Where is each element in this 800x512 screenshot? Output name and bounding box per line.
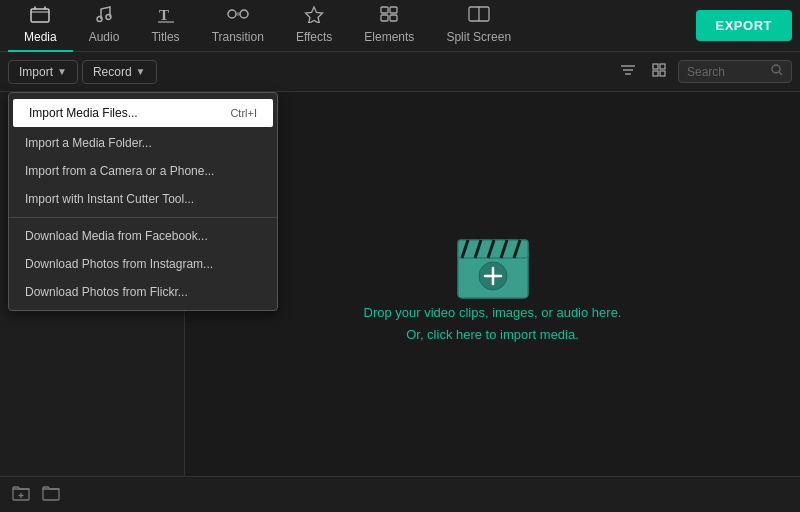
nav-label-split-screen: Split Screen xyxy=(446,30,511,44)
record-label: Record xyxy=(93,65,132,79)
facebook-label: Download Media from Facebook... xyxy=(25,229,208,243)
filter-icon[interactable] xyxy=(614,59,642,85)
export-button[interactable]: EXPORT xyxy=(696,10,792,41)
import-button[interactable]: Import ▼ xyxy=(8,60,78,84)
svg-marker-7 xyxy=(306,7,323,23)
toolbar-area: Import ▼ Record ▼ xyxy=(0,52,800,92)
import-dropdown-menu: Import Media Files... Ctrl+I Import a Me… xyxy=(8,92,278,311)
drop-text-line1: Drop your video clips, images, or audio … xyxy=(364,302,622,324)
svg-rect-17 xyxy=(653,64,658,69)
nav-item-split-screen[interactable]: Split Screen xyxy=(430,0,527,52)
svg-rect-11 xyxy=(390,15,397,21)
svg-rect-0 xyxy=(31,9,49,22)
dropdown-item-import-folder[interactable]: Import a Media Folder... xyxy=(9,129,277,157)
new-folder-icon[interactable] xyxy=(42,485,60,505)
effects-icon xyxy=(304,5,324,26)
audio-icon xyxy=(94,5,114,26)
nav-item-effects[interactable]: Effects xyxy=(280,0,348,52)
svg-point-2 xyxy=(106,15,111,20)
svg-rect-20 xyxy=(660,71,665,76)
svg-rect-9 xyxy=(390,7,397,13)
nav-item-transition[interactable]: Transition xyxy=(196,0,280,52)
svg-rect-18 xyxy=(660,64,665,69)
drop-text-line2: Or, click here to import media. xyxy=(364,324,622,346)
import-dropdown-arrow: ▼ xyxy=(57,66,67,77)
import-label: Import xyxy=(19,65,53,79)
dropdown-item-instagram[interactable]: Download Photos from Instagram... xyxy=(9,250,277,278)
import-camera-label: Import from a Camera or a Phone... xyxy=(25,164,214,178)
nav-label-media: Media xyxy=(24,30,57,44)
svg-point-21 xyxy=(772,65,780,73)
instant-cutter-label: Import with Instant Cutter Tool... xyxy=(25,192,194,206)
svg-rect-10 xyxy=(381,15,388,21)
titles-icon: T xyxy=(156,5,176,26)
nav-label-transition: Transition xyxy=(212,30,264,44)
split-screen-icon xyxy=(468,5,490,26)
record-button[interactable]: Record ▼ xyxy=(82,60,157,84)
nav-item-audio[interactable]: Audio xyxy=(73,0,136,52)
svg-rect-19 xyxy=(653,71,658,76)
grid-icon[interactable] xyxy=(646,59,674,85)
record-dropdown-arrow: ▼ xyxy=(136,66,146,77)
nav-label-elements: Elements xyxy=(364,30,414,44)
toolbar-row: Import ▼ Record ▼ xyxy=(0,52,800,92)
dropdown-item-facebook[interactable]: Download Media from Facebook... xyxy=(9,222,277,250)
instagram-label: Download Photos from Instagram... xyxy=(25,257,213,271)
search-box xyxy=(678,60,792,83)
dropdown-divider xyxy=(9,217,277,218)
dropdown-item-flickr[interactable]: Download Photos from Flickr... xyxy=(9,278,277,306)
nav-item-titles[interactable]: T Titles xyxy=(135,0,195,52)
svg-line-22 xyxy=(779,72,782,75)
bottom-bar xyxy=(0,476,800,512)
elements-icon xyxy=(379,5,399,26)
top-nav: Media Audio T Titles Transi xyxy=(0,0,800,52)
import-files-shortcut: Ctrl+I xyxy=(230,107,257,119)
flickr-label: Download Photos from Flickr... xyxy=(25,285,188,299)
drop-text: Drop your video clips, images, or audio … xyxy=(364,302,622,346)
nav-item-elements[interactable]: Elements xyxy=(348,0,430,52)
dropdown-item-import-camera[interactable]: Import from a Camera or a Phone... xyxy=(9,157,277,185)
svg-point-6 xyxy=(240,10,248,18)
transition-icon xyxy=(227,5,249,26)
svg-point-1 xyxy=(97,17,102,22)
media-icon xyxy=(30,5,50,26)
nav-label-audio: Audio xyxy=(89,30,120,44)
svg-rect-8 xyxy=(381,7,388,13)
clapperboard-icon xyxy=(448,222,538,302)
search-icon[interactable] xyxy=(771,64,783,79)
import-files-label: Import Media Files... xyxy=(29,106,138,120)
nav-item-media[interactable]: Media xyxy=(8,0,73,52)
add-folder-icon[interactable] xyxy=(12,485,30,505)
nav-label-titles: Titles xyxy=(151,30,179,44)
nav-label-effects: Effects xyxy=(296,30,332,44)
search-input[interactable] xyxy=(687,65,767,79)
dropdown-item-instant-cutter[interactable]: Import with Instant Cutter Tool... xyxy=(9,185,277,213)
svg-text:T: T xyxy=(159,7,169,23)
svg-point-5 xyxy=(228,10,236,18)
dropdown-item-import-files[interactable]: Import Media Files... Ctrl+I xyxy=(13,99,273,127)
import-folder-label: Import a Media Folder... xyxy=(25,136,152,150)
